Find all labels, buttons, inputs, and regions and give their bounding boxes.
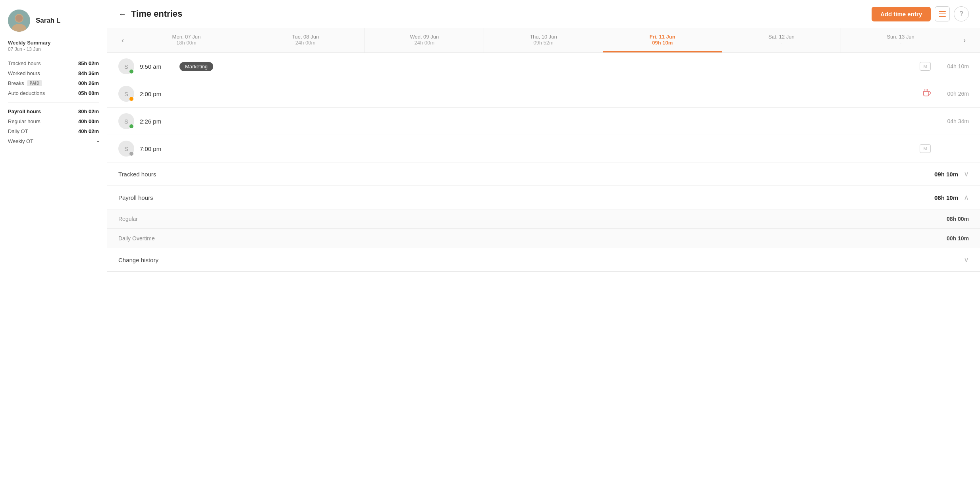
summary-tracked-label: Tracked hours [118, 171, 156, 178]
avatar [8, 10, 30, 32]
breaks-badge: PAID [27, 80, 42, 86]
profile-name: Sarah L [36, 17, 60, 25]
svg-rect-5 [939, 14, 946, 14]
stat-daily-ot-value: 40h 02m [78, 128, 99, 134]
calendar-days: Mon, 07 Jun 18h 00m Tue, 08 Jun 24h 00m … [127, 28, 960, 52]
cal-day-name-sun: Sun, 13 Jun [887, 34, 914, 40]
summary-regular-label: Regular [118, 216, 138, 222]
entry-time-2: 2:00 pm [140, 91, 176, 97]
stat-tracked-value: 85h 02m [78, 60, 99, 66]
stat-weekly-ot-value: - [97, 138, 99, 144]
summary-tracked-value: 09h 10m [934, 171, 958, 178]
stat-tracked-hours: Tracked hours 85h 02m [8, 58, 99, 68]
header: ← Time entries Add time entry ? [107, 0, 980, 28]
calendar-day-wed[interactable]: Wed, 09 Jun 24h 00m [365, 28, 484, 52]
stat-daily-ot: Daily OT 40h 02m [8, 126, 99, 136]
stat-payroll-value: 80h 02m [78, 108, 99, 114]
stat-payroll-hours: Payroll hours 80h 02m [8, 106, 99, 116]
stat-daily-ot-label: Daily OT [8, 128, 28, 134]
entry-avatar-3: S [118, 113, 134, 129]
avatar-image [8, 10, 30, 32]
entry-time-1: 9:50 am [140, 63, 176, 70]
calendar-day-thu[interactable]: Thu, 10 Jun 09h 52m [484, 28, 603, 52]
cal-day-name-wed: Wed, 09 Jun [410, 34, 439, 40]
svg-rect-4 [939, 11, 946, 12]
summary-change-history[interactable]: Change history ∨ [107, 248, 980, 272]
cal-day-hours-tue: 24h 00m [295, 40, 316, 46]
cal-day-hours-mon: 18h 00m [176, 40, 197, 46]
stat-regular-value: 40h 00m [78, 118, 99, 124]
coffee-icon [923, 89, 931, 99]
entry-time-4: 7:00 pm [140, 145, 176, 152]
chevron-down-icon-history: ∨ [964, 255, 969, 264]
summary-daily-ot: Daily Overtime 00h 10m [107, 229, 980, 248]
main-content: ← Time entries Add time entry ? ‹ Mon, 0… [107, 0, 980, 495]
weekly-summary-label: Weekly Summary [8, 40, 99, 46]
calendar-day-sat[interactable]: Sat, 12 Jun - [722, 28, 841, 52]
summary-daily-ot-value: 00h 10m [947, 235, 969, 242]
sidebar: Sarah L Weekly Summary 07 Jun - 13 Jun T… [0, 0, 107, 495]
entry-duration-2: 00h 26m [937, 91, 969, 97]
stat-breaks-label: Breaks [8, 80, 24, 86]
cal-day-hours-fri: 09h 10m [652, 40, 673, 46]
summary-change-history-label: Change history [118, 257, 158, 263]
calendar-day-sun[interactable]: Sun, 13 Jun - [841, 28, 960, 52]
back-arrow-icon[interactable]: ← [118, 10, 126, 19]
entry-tag-1: Marketing [179, 62, 213, 71]
stat-weekly-ot-label: Weekly OT [8, 138, 33, 144]
stat-weekly-ot: Weekly OT - [8, 136, 99, 146]
summary-payroll-hours[interactable]: Payroll hours 08h 10m ∧ [107, 186, 980, 209]
entry-duration-1: 04h 10m [937, 63, 969, 70]
sidebar-divider [8, 102, 99, 102]
stat-regular-label: Regular hours [8, 118, 41, 124]
cal-day-hours-sat: - [781, 40, 782, 46]
stat-auto-value: 05h 00m [78, 90, 99, 96]
entries-area: S 9:50 am Marketing M 04h 10m S 2:00 pm [107, 53, 980, 495]
summary-regular-value: 08h 00m [947, 216, 969, 222]
list-icon [939, 11, 946, 17]
chevron-down-icon-tracked: ∨ [964, 170, 969, 178]
calendar-prev-button[interactable]: ‹ [118, 30, 127, 51]
help-icon: ? [960, 10, 963, 17]
summary-daily-ot-label: Daily Overtime [118, 235, 155, 242]
entry-m-icon-4: M [920, 144, 931, 153]
stat-regular-hours: Regular hours 40h 00m [8, 116, 99, 126]
cal-day-name-tue: Tue, 08 Jun [292, 34, 319, 40]
calendar-day-mon[interactable]: Mon, 07 Jun 18h 00m [127, 28, 246, 52]
help-button[interactable]: ? [954, 6, 969, 21]
weekly-range: 07 Jun - 13 Jun [8, 46, 99, 52]
stat-worked-label: Worked hours [8, 70, 40, 76]
list-view-button[interactable] [935, 6, 950, 21]
calendar-navigation: ‹ Mon, 07 Jun 18h 00m Tue, 08 Jun 24h 00… [107, 28, 980, 53]
entry-duration-3: 04h 34m [937, 118, 969, 124]
entry-avatar-4: S [118, 141, 134, 157]
calendar-day-tue[interactable]: Tue, 08 Jun 24h 00m [246, 28, 365, 52]
cal-day-name-mon: Mon, 07 Jun [172, 34, 201, 40]
add-time-entry-button[interactable]: Add time entry [872, 7, 931, 21]
time-entry-1[interactable]: S 9:50 am Marketing M 04h 10m [107, 53, 980, 80]
stat-payroll-label: Payroll hours [8, 108, 41, 114]
entry-dot-2 [129, 97, 133, 101]
summary-payroll-label: Payroll hours [118, 194, 153, 201]
summary-section: Tracked hours 09h 10m ∨ Payroll hours 08… [107, 162, 980, 272]
stat-breaks-value: 00h 26m [78, 80, 99, 86]
time-entry-4[interactable]: S 7:00 pm M [107, 135, 980, 162]
summary-regular: Regular 08h 00m [107, 209, 980, 229]
time-entry-2[interactable]: S 2:00 pm 00h 26m [107, 80, 980, 108]
entry-avatar-2: S [118, 86, 134, 102]
calendar-day-fri[interactable]: Fri, 11 Jun 09h 10m [603, 28, 722, 52]
stat-worked-hours: Worked hours 84h 36m [8, 68, 99, 78]
entry-time-3: 2:26 pm [140, 118, 176, 125]
entry-avatar-1: S [118, 58, 134, 74]
summary-tracked-hours[interactable]: Tracked hours 09h 10m ∨ [107, 162, 980, 186]
calendar-next-button[interactable]: › [960, 30, 969, 51]
stat-tracked-label: Tracked hours [8, 60, 41, 66]
svg-rect-6 [939, 16, 946, 17]
cal-day-hours-sun: - [900, 40, 901, 46]
entry-dot-4 [129, 152, 133, 156]
time-entry-3[interactable]: S 2:26 pm 04h 34m [107, 108, 980, 135]
svg-point-3 [15, 15, 23, 22]
cal-day-hours-thu: 09h 52m [533, 40, 554, 46]
stat-auto-deductions: Auto deductions 05h 00m [8, 88, 99, 98]
stat-breaks: Breaks PAID 00h 26m [8, 78, 99, 88]
